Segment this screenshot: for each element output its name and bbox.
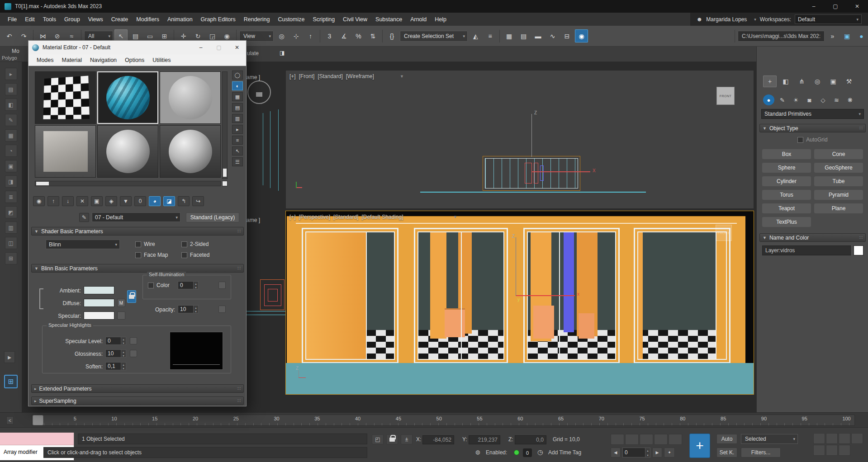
opacity-spinner[interactable]: 10 ▴▾ (178, 305, 199, 313)
close-button[interactable]: ✕ (228, 41, 246, 54)
menu-item[interactable]: Options (121, 55, 148, 65)
z-coordinate-field[interactable]: 0,0 (515, 435, 546, 444)
blinn-basic-parameters-rollout[interactable]: ▼ Blinn Basic Parameters ∷ (31, 264, 244, 273)
tab-display-icon[interactable]: ▣ (826, 75, 840, 87)
frame-tick[interactable]: 95 (802, 416, 807, 421)
scene-blue-column[interactable] (564, 232, 574, 332)
window-opening-2[interactable] (414, 228, 508, 363)
options-icon[interactable]: ≡ (232, 136, 243, 145)
selection-set-combo[interactable]: Create Selection Set (400, 31, 468, 42)
frame-tick[interactable]: 65 (558, 416, 564, 421)
viewport-label-segment[interactable]: [Default Shading] (361, 214, 403, 220)
set-key-plus-button[interactable]: + (689, 434, 710, 458)
scene-orange-wall[interactable] (638, 232, 643, 359)
top-viewcube-fragment[interactable] (247, 80, 271, 104)
keyboard-override-icon[interactable]: ↑ (304, 29, 317, 42)
selection-set-key-combo[interactable]: Selected (741, 434, 798, 444)
menu-item[interactable]: Arnold (406, 14, 431, 25)
scene-checker-floor[interactable] (366, 330, 394, 359)
previous-key-button[interactable]: ◀ (611, 448, 621, 457)
diffuse-color-swatch[interactable] (84, 299, 114, 307)
slots-horizontal-scrollbar[interactable] (35, 181, 221, 186)
pick-material-icon[interactable]: ✎ (79, 213, 89, 222)
left-toolbar-icon-2[interactable]: ▤ (5, 83, 17, 95)
viewport-menu-arrow-icon[interactable]: ▼ (400, 74, 404, 79)
menu-item[interactable]: Animation (163, 14, 197, 25)
category-shapes-icon[interactable]: ✎ (777, 94, 788, 105)
left-toolbar-icon-8[interactable]: ◨ (5, 175, 17, 188)
sample-type-icon[interactable]: ◯ (232, 71, 243, 80)
maximize-button[interactable]: ▢ (825, 0, 846, 13)
spinner-snap-icon[interactable]: ⇅ (366, 29, 379, 42)
autogrid-checkbox[interactable] (797, 137, 803, 143)
undo-icon[interactable]: ↶ (3, 29, 16, 42)
scrollbar-thumb[interactable] (223, 169, 227, 177)
gizmo-x-axis[interactable] (531, 171, 590, 172)
viewport-layout-icon[interactable]: ⊞ (4, 375, 18, 388)
menu-item[interactable]: Group (60, 14, 84, 25)
left-viewport-label-fragment[interactable]: ame ] (247, 217, 260, 223)
name-and-color-rollout[interactable]: ▼ Name and Color ∷ (759, 233, 866, 242)
frame-tick[interactable]: 40 (355, 416, 360, 421)
object-type-rollout[interactable]: ▼ Object Type ∷ (759, 124, 866, 132)
frame-tick[interactable]: 50 (436, 416, 442, 421)
scene-orange-wall[interactable] (716, 232, 726, 359)
category-lights-icon[interactable]: ☀ (790, 94, 802, 105)
self-illum-color-checkbox[interactable] (148, 283, 154, 288)
viewport-label-segment[interactable]: [+] (289, 214, 296, 220)
ribbon-toggle-icon[interactable]: ▬ (531, 29, 545, 42)
selection-lock-icon[interactable] (386, 434, 398, 444)
sample-slot-gray-1[interactable] (97, 125, 158, 178)
scene-salmon-box[interactable] (445, 308, 465, 337)
select-by-material-icon[interactable]: ↖ (232, 146, 243, 156)
sample-slot-checker[interactable] (35, 71, 96, 124)
material-name-combo[interactable]: 07 - Default (92, 212, 180, 222)
put-to-scene-icon[interactable]: ↑ (47, 196, 59, 206)
material-type-button[interactable]: Standard (Legacy) (186, 212, 239, 222)
key-mode-toggle-icon[interactable]: ✦ (664, 448, 675, 457)
ribbon-icon[interactable]: ◨ (280, 50, 285, 56)
gizmo-z-axis[interactable] (531, 114, 532, 157)
isolate-selection-icon[interactable]: ◰ (372, 434, 384, 444)
menu-item[interactable]: File (4, 14, 21, 25)
frame-tick[interactable]: 85 (721, 416, 726, 421)
frame-tick[interactable]: 75 (639, 416, 645, 421)
scene-building-facade[interactable] (287, 216, 745, 363)
snaps-toggle-icon[interactable]: 3 (323, 29, 336, 42)
previous-frame-button[interactable] (625, 434, 639, 445)
window-opening-1[interactable] (302, 228, 398, 363)
frame-tick[interactable]: 70 (599, 416, 604, 421)
frame-tick[interactable]: 10 (111, 416, 117, 421)
tab-create-icon[interactable]: + (763, 75, 777, 87)
menu-item[interactable]: Edit (21, 14, 39, 25)
menu-item[interactable]: Tools (39, 14, 60, 25)
play-button[interactable] (640, 434, 653, 445)
window-opening-4[interactable] (634, 228, 730, 363)
y-coordinate-field[interactable]: 219,237 (469, 435, 500, 444)
sample-slot-gray-2[interactable] (160, 125, 221, 178)
gizmo-x-axis[interactable] (516, 295, 575, 296)
primitive-button[interactable]: Box (762, 149, 811, 159)
self-illum-spinner[interactable]: 0 ▴▾ (178, 281, 199, 289)
viewport-label-segment[interactable]: [Standard] (318, 73, 342, 80)
ribbon-tab-modeling-fragment[interactable]: Mo (12, 48, 19, 54)
menu-item[interactable]: Rendering (240, 14, 274, 25)
tab-utilities-icon[interactable]: ⚒ (842, 75, 856, 87)
frame-tick[interactable]: 100 (842, 416, 850, 421)
specular-level-spinner[interactable]: 0 ▴▾ (105, 337, 126, 345)
front-viewport[interactable]: [+][Front][Standard][Wireframe] ▼ FRONT … (285, 70, 754, 209)
curve-editor-icon[interactable]: ∿ (546, 29, 559, 42)
mirror-icon[interactable]: ◭ (469, 29, 482, 42)
scene-teal-ground[interactable] (286, 363, 754, 394)
frame-tick[interactable]: 90 (761, 416, 767, 421)
diffuse-map-button[interactable]: M (117, 299, 125, 307)
primitive-button[interactable]: TextPlus (762, 217, 811, 227)
percent-snap-icon[interactable]: % (352, 29, 365, 42)
scene-checker-floor[interactable] (638, 330, 726, 359)
wireframe-building-elevation[interactable] (483, 156, 580, 191)
specular-level-map-button[interactable] (130, 337, 137, 344)
perspective-viewport[interactable]: [+][Perspective][Standard][Default Shadi… (285, 211, 754, 395)
menu-item[interactable]: Help (431, 14, 451, 25)
spin-up-icon[interactable]: ▴ (645, 448, 650, 453)
glossiness-spinner[interactable]: 10 ▴▾ (105, 349, 126, 358)
